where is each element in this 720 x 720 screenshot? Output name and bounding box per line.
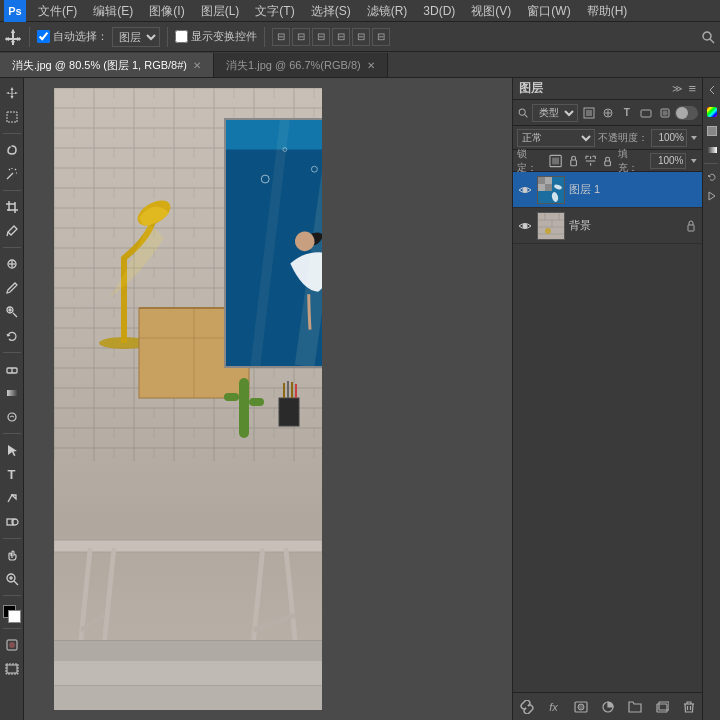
delete-layer-btn[interactable] xyxy=(678,696,700,718)
color-panel-btn[interactable] xyxy=(704,104,720,120)
tab-1-close[interactable]: ✕ xyxy=(193,60,201,71)
layer-item-1[interactable]: 图层 1 xyxy=(513,172,702,208)
panel-expand-btn[interactable]: ≫ xyxy=(672,83,682,94)
align-left-btn[interactable]: ⊟ xyxy=(272,28,290,46)
lock-pixels-icon[interactable] xyxy=(549,154,562,168)
svg-line-9 xyxy=(7,173,13,179)
svg-rect-52 xyxy=(249,398,264,406)
smart-filter-btn[interactable] xyxy=(657,104,673,122)
blend-mode-select[interactable]: 正常 xyxy=(517,129,595,147)
menu-file[interactable]: 文件(F) xyxy=(30,0,85,22)
layer-fx-btn[interactable]: fx xyxy=(543,696,565,718)
pen-tool[interactable] xyxy=(1,487,23,509)
panel-collapse-btn[interactable] xyxy=(704,82,720,98)
svg-rect-80 xyxy=(641,110,651,117)
svg-point-27 xyxy=(8,413,16,421)
layer-filter-toggle[interactable] xyxy=(675,106,698,120)
filter-type-select[interactable]: 类型 xyxy=(532,104,578,122)
svg-line-33 xyxy=(14,581,18,585)
menu-text[interactable]: 文字(T) xyxy=(247,0,302,22)
tab-2-close[interactable]: ✕ xyxy=(367,60,375,71)
pixel-filter-btn[interactable] xyxy=(581,104,597,122)
layer-1-thumb xyxy=(537,176,565,204)
actions-panel-btn[interactable] xyxy=(704,188,720,204)
show-transform-checkbox-label[interactable]: 显示变换控件 xyxy=(175,29,257,44)
search-icon[interactable] xyxy=(700,29,716,45)
path-select-tool[interactable] xyxy=(1,439,23,461)
tool-sep-3 xyxy=(3,247,21,248)
ps-logo: Ps xyxy=(4,0,26,22)
magic-wand-tool[interactable] xyxy=(1,163,23,185)
move-tool[interactable] xyxy=(1,82,23,104)
auto-select-checkbox[interactable] xyxy=(37,30,50,43)
show-transform-checkbox[interactable] xyxy=(175,30,188,43)
screen-mode-btn[interactable] xyxy=(1,658,23,680)
clone-stamp-tool[interactable] xyxy=(1,301,23,323)
quick-mask-btn[interactable] xyxy=(1,634,23,656)
fill-input[interactable] xyxy=(650,153,686,169)
tab-2[interactable]: 消失1.jpg @ 66.7%(RGB/8) ✕ xyxy=(214,53,388,77)
marquee-tool[interactable] xyxy=(1,106,23,128)
canvas-document[interactable] xyxy=(54,88,322,710)
layer-bg-visibility-icon[interactable] xyxy=(517,218,533,234)
layer-1-visibility-icon[interactable] xyxy=(517,182,533,198)
adjustment-filter-btn[interactable] xyxy=(600,104,616,122)
menu-window[interactable]: 窗口(W) xyxy=(519,0,578,22)
shape-tool[interactable] xyxy=(1,511,23,533)
menu-filter[interactable]: 滤镜(R) xyxy=(359,0,416,22)
tab-1[interactable]: 消失.jpg @ 80.5% (图层 1, RGB/8#) ✕ xyxy=(0,53,214,77)
menu-select[interactable]: 选择(S) xyxy=(303,0,359,22)
menu-3d[interactable]: 3D(D) xyxy=(415,0,463,22)
color-swatches[interactable] xyxy=(3,605,21,623)
history-tool[interactable] xyxy=(1,325,23,347)
new-group-btn[interactable] xyxy=(624,696,646,718)
lock-position-icon[interactable] xyxy=(567,154,580,168)
blur-tool[interactable] xyxy=(1,406,23,428)
healing-tool[interactable] xyxy=(1,253,23,275)
crop-tool[interactable] xyxy=(1,196,23,218)
menu-view[interactable]: 视图(V) xyxy=(463,0,519,22)
distribute-btn[interactable]: ⊟ xyxy=(332,28,350,46)
svg-point-37 xyxy=(9,642,15,648)
gradient-panel-btn[interactable] xyxy=(704,142,720,158)
align-right-btn[interactable]: ⊟ xyxy=(312,28,330,46)
new-layer-btn[interactable] xyxy=(651,696,673,718)
shape-filter-btn[interactable] xyxy=(638,104,654,122)
svg-rect-85 xyxy=(553,158,559,164)
lasso-tool[interactable] xyxy=(1,139,23,161)
zoom-tool[interactable] xyxy=(1,568,23,590)
swatches-panel-btn[interactable] xyxy=(704,123,720,139)
add-adjustment-btn[interactable] xyxy=(597,696,619,718)
panel-menu-btn[interactable]: ≡ xyxy=(688,81,696,96)
brush-tool[interactable] xyxy=(1,277,23,299)
eraser-tool[interactable] xyxy=(1,358,23,380)
canvas-area[interactable] xyxy=(24,78,512,720)
opacity-input[interactable] xyxy=(651,129,687,147)
add-mask-btn[interactable] xyxy=(570,696,592,718)
lock-artboard-icon[interactable] xyxy=(584,154,597,168)
gradient-tool[interactable] xyxy=(1,382,23,404)
background-color[interactable] xyxy=(8,610,21,623)
text-filter-btn[interactable]: T xyxy=(619,104,635,122)
menu-image[interactable]: 图像(I) xyxy=(141,0,192,22)
eyedropper-tool[interactable] xyxy=(1,220,23,242)
menu-help[interactable]: 帮助(H) xyxy=(579,0,636,22)
svg-rect-58 xyxy=(54,540,322,552)
lock-all-icon[interactable] xyxy=(601,154,614,168)
arrange-btn[interactable]: ⊟ xyxy=(352,28,370,46)
link-layers-btn[interactable] xyxy=(516,696,538,718)
menu-edit[interactable]: 编辑(E) xyxy=(85,0,141,22)
auto-select-dropdown[interactable]: 图层 xyxy=(112,27,160,47)
auto-select-checkbox-label[interactable]: 自动选择： xyxy=(37,29,108,44)
distribute2-btn[interactable]: ⊟ xyxy=(372,28,390,46)
hand-tool[interactable] xyxy=(1,544,23,566)
layer-bg-lock-icon xyxy=(684,219,698,233)
text-tool[interactable]: T xyxy=(1,463,23,485)
history-panel-btn[interactable] xyxy=(704,169,720,185)
fill-label: 填充： xyxy=(618,147,646,175)
menu-layer[interactable]: 图层(L) xyxy=(193,0,248,22)
svg-point-29 xyxy=(11,494,13,496)
layer-item-bg[interactable]: 背景 xyxy=(513,208,702,244)
align-center-btn[interactable]: ⊟ xyxy=(292,28,310,46)
right-side: 图层 ≫ ≡ 类型 xyxy=(512,78,720,720)
